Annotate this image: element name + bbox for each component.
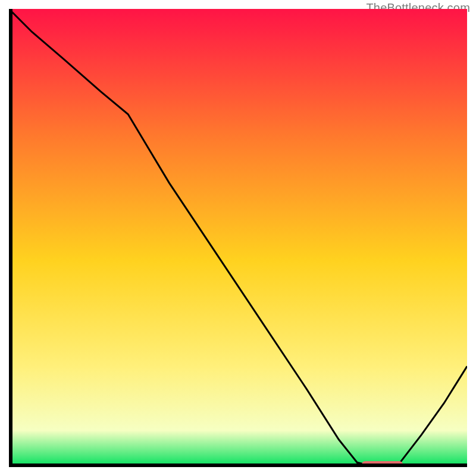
chart-lines: [9, 9, 467, 467]
y-axis: [9, 9, 12, 467]
plot-area: [9, 9, 467, 467]
bottleneck-curve: [9, 9, 467, 467]
chart-stage: TheBottleneck.com: [0, 0, 476, 476]
x-axis: [9, 464, 467, 467]
